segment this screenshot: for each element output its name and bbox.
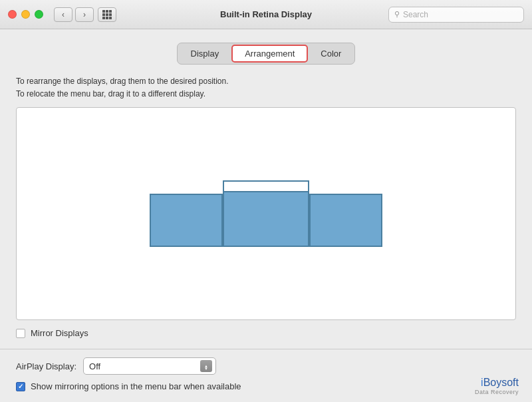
close-button[interactable] bbox=[8, 10, 17, 19]
mirroring-options-label: Show mirroring options in the menu bar w… bbox=[31, 381, 241, 391]
display-center[interactable] bbox=[223, 180, 309, 247]
airplay-select-wrapper: Off bbox=[83, 357, 216, 375]
displays-wrapper bbox=[150, 180, 382, 247]
instructions: To rearrange the displays, drag them to … bbox=[16, 75, 516, 100]
watermark-sub: Data Recovery bbox=[475, 389, 519, 395]
window-title: Built-in Retina Display bbox=[220, 9, 312, 19]
mirroring-options-checkbox[interactable] bbox=[16, 382, 25, 391]
traffic-lights bbox=[8, 10, 43, 19]
airplay-select[interactable]: Off bbox=[83, 357, 216, 375]
instruction-line2: To relocate the menu bar, drag it to a d… bbox=[16, 88, 516, 100]
mirror-displays-row: Mirror Displays bbox=[16, 328, 516, 338]
menubar-indicator bbox=[224, 182, 308, 192]
main-content: Display Arrangement Color To rearrange t… bbox=[0, 29, 532, 402]
grid-icon bbox=[102, 10, 112, 19]
divider bbox=[0, 349, 532, 349]
watermark: iBoysoft Data Recovery bbox=[475, 377, 519, 395]
maximize-button[interactable] bbox=[35, 10, 43, 19]
forward-button[interactable]: › bbox=[75, 7, 94, 22]
back-button[interactable]: ‹ bbox=[54, 7, 72, 22]
search-placeholder: Search bbox=[403, 10, 428, 19]
watermark-brand: iBoysoft bbox=[481, 377, 519, 389]
watermark-boysoft: Boysoft bbox=[483, 377, 519, 388]
tab-color[interactable]: Color bbox=[309, 45, 353, 63]
search-box[interactable]: ⚲ Search bbox=[388, 7, 524, 23]
arrangement-area bbox=[16, 107, 516, 320]
mirror-displays-checkbox[interactable] bbox=[16, 329, 25, 338]
mirror-displays-label: Mirror Displays bbox=[31, 328, 88, 338]
tab-display[interactable]: Display bbox=[179, 45, 231, 63]
mirroring-options-row: Show mirroring options in the menu bar w… bbox=[16, 381, 516, 391]
nav-buttons: ‹ › bbox=[54, 7, 94, 22]
tabs: Display Arrangement Color bbox=[177, 43, 356, 65]
tabs-container: Display Arrangement Color bbox=[16, 43, 516, 65]
instruction-line1: To rearrange the displays, drag them to … bbox=[16, 75, 516, 88]
minimize-button[interactable] bbox=[21, 10, 30, 19]
airplay-label: AirPlay Display: bbox=[16, 361, 76, 371]
search-icon: ⚲ bbox=[394, 10, 400, 19]
airplay-row: AirPlay Display: Off bbox=[16, 357, 516, 375]
display-right[interactable] bbox=[309, 194, 382, 247]
tab-arrangement[interactable]: Arrangement bbox=[231, 45, 308, 63]
display-left[interactable] bbox=[150, 194, 223, 247]
titlebar: ‹ › Built-in Retina Display ⚲ Search bbox=[0, 0, 532, 29]
grid-menu-button[interactable] bbox=[98, 7, 116, 22]
